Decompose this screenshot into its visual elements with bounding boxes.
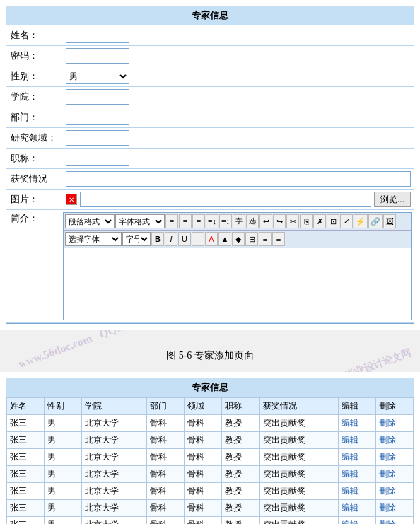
align-left-btn[interactable]: ≡ [165,214,178,228]
list-ol-btn[interactable]: ≡↕ [206,214,218,228]
table-cell: 骨科 [185,500,222,517]
awards-input[interactable] [66,171,411,187]
undo-btn[interactable]: ↩ [259,214,272,228]
delete-link[interactable]: 删除 [379,486,396,496]
check-btn[interactable]: ✓ [340,214,353,228]
underline-btn[interactable]: U [178,232,191,246]
align-right-btn[interactable]: ≡ [192,214,205,228]
table-cell: 男 [45,517,82,525]
edit-link[interactable]: 编辑 [342,486,358,496]
table-cell: 骨科 [147,415,185,432]
find-btn[interactable]: ⊡ [327,214,339,228]
font-size-select[interactable]: 字号 [122,232,151,246]
edit-link[interactable]: 编辑 [342,418,358,428]
table-header-row: 姓名 性别 学院 部门 领域 职称 获奖情况 编辑 删除 [7,398,414,415]
table-row: 张三男北京大学骨科骨科教授突出贡献奖编辑删除 [7,432,414,449]
delete-link[interactable]: 删除 [379,520,396,524]
browse-button[interactable]: 浏览... [374,192,411,207]
department-input[interactable] [66,110,129,125]
select-all-btn[interactable]: 选 [246,214,259,228]
password-label: 密码： [6,47,63,64]
delete-link[interactable]: 删除 [379,452,396,462]
table-panel: 专家信息 姓名 性别 学院 部门 领域 职称 获奖情况 编辑 删除 [6,378,414,524]
table-cell: 骨科 [147,449,185,466]
paste-btn[interactable]: ✗ [313,214,326,228]
table-cell: 北京大学 [82,432,147,449]
table-cell: 突出贡献奖 [259,466,338,483]
school-input[interactable] [66,89,129,105]
table-cell: 张三 [7,500,45,517]
bottom-section: 专家信息 姓名 性别 学院 部门 领域 职称 获奖情况 编辑 删除 [0,372,420,524]
title-input[interactable] [66,151,129,166]
hr-btn[interactable]: — [192,232,204,246]
form-panel-header: 专家信息 [6,6,414,25]
table-btn[interactable]: ⊞ [245,232,258,246]
col-header-dept: 部门 [147,398,185,415]
font-bg-btn[interactable]: A [205,232,218,246]
edit-link[interactable]: 编辑 [342,452,358,462]
rich-toolbar-2: 选择字体 字号 B I U — A ▲ ◆ ⊞ ≡ ≡ [64,231,411,248]
photo-path-input[interactable] [80,192,371,207]
name-input[interactable] [66,28,129,43]
list-ul-btn[interactable]: ≡↕ [219,214,232,228]
indent-btn[interactable]: ≡ [259,232,272,246]
table-cell: 男 [45,483,82,500]
table-cell: 骨科 [185,466,222,483]
delete-link[interactable]: 删除 [379,503,396,513]
cut-btn[interactable]: ✂ [286,214,299,228]
outdent-btn[interactable]: ≡ [272,232,285,246]
gender-select[interactable]: 男 女 [66,69,129,84]
paragraph-style-select[interactable]: 段落格式 [65,214,115,228]
table-cell: 北京大学 [82,500,147,517]
photo-clear-btn[interactable]: ✕ [66,194,77,205]
redo-btn[interactable]: ↪ [273,214,286,228]
edit-link[interactable]: 编辑 [342,435,358,445]
intro-label: 简介： [6,210,63,322]
research-row: 研究领域： [6,128,414,149]
department-row: 部门： [6,107,414,128]
table-row: 张三男北京大学骨科骨科教授突出贡献奖编辑删除 [7,466,414,483]
table-cell: 教授 [222,466,259,483]
top-section: 专家信息 姓名： 密码： 性别： 男 [0,0,420,330]
table-cell: 张三 [7,483,45,500]
rich-content-area[interactable] [64,248,411,312]
table-cell: 骨科 [185,517,222,525]
link-btn[interactable]: 🔗 [368,214,383,228]
table-cell: 张三 [7,432,45,449]
edit-link[interactable]: 编辑 [342,503,358,513]
bold-btn[interactable]: B [151,232,164,246]
table-cell: 骨科 [185,483,222,500]
photo-label: 图片： [6,191,63,208]
title-row: 职称： [6,149,414,169]
password-input[interactable] [66,48,129,64]
font-name-select[interactable]: 选择字体 [65,232,122,246]
edit-link[interactable]: 编辑 [342,469,358,479]
photo-input-wrap: ✕ 浏览... [63,190,414,209]
delete-link[interactable]: 删除 [379,469,396,479]
table-cell: 教授 [222,432,259,449]
flash-btn[interactable]: ⚡ [354,214,368,228]
table-cell: 突出贡献奖 [259,500,338,517]
page-wrapper: 专家信息 姓名： 密码： 性别： 男 [0,0,420,524]
table-cell: 骨科 [147,500,185,517]
font-color-btn[interactable]: 字 [233,214,245,228]
image-btn[interactable]: 🖼 [383,214,396,228]
department-input-wrap [63,107,414,127]
research-input-wrap [63,128,414,148]
table-cell: 张三 [7,517,45,525]
align-center-btn[interactable]: ≡ [179,214,192,228]
delete-link[interactable]: 删除 [379,418,396,428]
diamond-btn[interactable]: ◆ [232,232,245,246]
research-input[interactable] [66,130,129,146]
up-btn[interactable]: ▲ [218,232,231,246]
delete-link[interactable]: 删除 [379,435,396,445]
italic-btn[interactable]: I [165,232,177,246]
font-style-select[interactable]: 字体格式 [115,214,165,228]
copy-btn[interactable]: ⎘ [300,214,313,228]
edit-link[interactable]: 编辑 [342,520,358,524]
table-cell: 骨科 [185,415,222,432]
table-cell: 骨科 [147,466,185,483]
awards-row: 获奖情况 [6,169,414,190]
name-input-wrap [63,25,414,45]
caption-area: 图 5-6 专家添加页面 www.56doc.com QQ:3068260 毕业… [0,330,420,372]
